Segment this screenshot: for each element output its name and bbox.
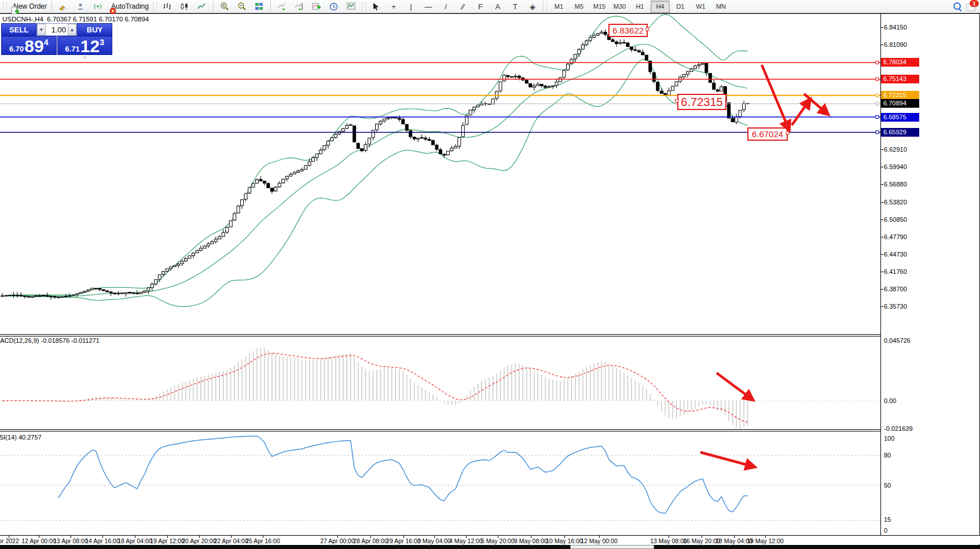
volume-increase-button[interactable]: ▲: [68, 24, 76, 35]
timeframe-mn[interactable]: MN: [711, 1, 731, 13]
line-chart-type-icon[interactable]: [193, 0, 211, 13]
rsi-axis-label: 0: [884, 527, 887, 534]
timeframe-w1[interactable]: W1: [691, 1, 710, 13]
candle-body: [53, 297, 56, 297]
new-order-button[interactable]: New Order: [9, 0, 49, 13]
sell-price[interactable]: 6.70894: [1, 36, 57, 55]
profile-icon[interactable]: [72, 0, 89, 13]
candle-body: [334, 134, 337, 137]
candle-body: [50, 297, 53, 297]
price-axis-label: 6.59940: [884, 163, 907, 170]
axis-tick: [880, 202, 883, 203]
candle-body: [285, 176, 288, 178]
candle-body: [346, 126, 348, 129]
candle-body: [57, 297, 60, 298]
candle-body: [263, 181, 266, 184]
timeframe-m15[interactable]: M15: [590, 1, 609, 13]
horizontal-line-tool-icon: —: [424, 3, 432, 10]
toolbar-grip[interactable]: [543, 2, 547, 11]
horizontal-line-tool[interactable]: —: [420, 0, 437, 13]
timeframe-m1[interactable]: M1: [549, 1, 568, 13]
timeframe-m5[interactable]: M5: [570, 1, 589, 13]
signal-icon[interactable]: [89, 0, 107, 13]
time-axis-label: 10 May 16:00: [546, 537, 583, 544]
zoom-out-button[interactable]: [233, 0, 251, 13]
candle-body: [424, 138, 427, 139]
price-callout[interactable]: 6.67024: [747, 127, 788, 141]
horizontal-scrollbar[interactable]: [0, 545, 980, 549]
candle-body: [671, 86, 674, 90]
auto-scroll-button[interactable]: [273, 0, 291, 13]
search-icon[interactable]: [953, 2, 961, 10]
candle-body: [207, 244, 210, 246]
buy-button[interactable]: BUY: [77, 23, 112, 36]
zoom-in-button[interactable]: [216, 0, 233, 13]
candle-body: [248, 188, 251, 193]
equidistant-channel-tool-icon: ∕∕: [462, 3, 464, 10]
scrollbar-thumb[interactable]: [570, 545, 654, 549]
autotrading-button[interactable]: AutoTrading: [107, 0, 151, 13]
candle-body: [698, 65, 700, 66]
sell-price-pips: 89: [24, 39, 43, 54]
templates-button[interactable]: ▾: [343, 0, 360, 13]
macd-indicator-panel[interactable]: [0, 336, 880, 429]
timeframe-m30[interactable]: M30: [610, 1, 629, 13]
periods-button[interactable]: ▾: [325, 0, 343, 13]
time-axis[interactable]: pr 202212 Apr 00:0013 Apr 08:0014 Apr 16…: [0, 536, 980, 544]
candle-body: [72, 295, 75, 296]
candle-body: [623, 42, 626, 43]
fibonacci-tool[interactable]: F: [472, 0, 489, 13]
candle-body: [304, 166, 307, 169]
deposit-icon[interactable]: [54, 0, 72, 13]
text-tool[interactable]: A: [489, 0, 506, 13]
rsi-indicator-panel[interactable]: [0, 431, 880, 535]
vertical-line-tool[interactable]: |: [402, 0, 420, 13]
cursor-tool[interactable]: [368, 0, 385, 13]
candle-body: [596, 34, 599, 35]
timeframe-h1[interactable]: H1: [630, 1, 649, 13]
candle-body: [226, 228, 229, 232]
crosshair-tool[interactable]: +: [385, 0, 402, 13]
arrows-tool[interactable]: ◈: [524, 0, 541, 13]
rsi-axis-label: 100: [884, 435, 894, 442]
volume-input[interactable]: [46, 24, 68, 35]
candle-body: [218, 237, 221, 239]
bar-chart-type-icon[interactable]: [159, 0, 176, 13]
volume-decrease-button[interactable]: ▼: [37, 24, 46, 35]
text-label-tool[interactable]: T: [506, 0, 524, 13]
price-callout[interactable]: 6.72315: [677, 94, 726, 110]
main-price-chart[interactable]: [0, 14, 880, 335]
candle-body: [98, 288, 101, 290]
candle-body: [199, 248, 202, 251]
candle-body: [506, 75, 509, 76]
sell-button[interactable]: SELL: [1, 23, 36, 36]
candle-body: [713, 83, 715, 89]
price-callout[interactable]: 6.83622: [608, 24, 648, 37]
candle-body: [177, 264, 180, 265]
toolbar-grip[interactable]: [362, 2, 366, 11]
tile-windows-icon[interactable]: [251, 0, 268, 13]
toolbar-grip[interactable]: [153, 2, 157, 11]
equidistant-channel-tool[interactable]: ∕∕: [454, 0, 472, 13]
chart-shift-button[interactable]: [291, 0, 308, 13]
indicators-button[interactable]: ▾: [308, 0, 325, 13]
candle-body: [476, 105, 479, 107]
candle-body: [94, 288, 97, 289]
timeframe-d1[interactable]: D1: [671, 1, 690, 13]
candle-body: [566, 64, 569, 70]
trendline-tool[interactable]: /: [437, 0, 454, 13]
buy-price[interactable]: 6.71123: [57, 36, 113, 55]
candle-body: [705, 63, 708, 72]
candle-body: [128, 292, 131, 294]
time-axis-label: 3 May 04:00: [417, 537, 451, 544]
toolbar-grip[interactable]: [3, 2, 7, 11]
candle-body: [331, 138, 333, 141]
price-axis-label: 6.41760: [884, 268, 907, 275]
timeframe-h4[interactable]: H4: [651, 1, 670, 13]
trade-panel-collapse-handle[interactable]: ◇: [83, 55, 86, 60]
candle-body: [300, 170, 303, 171]
candle-body: [35, 296, 38, 297]
axis-tick: [880, 149, 883, 150]
candlestick-chart-type-icon[interactable]: [176, 0, 193, 13]
notifications-icon[interactable]: 1: [966, 2, 977, 11]
